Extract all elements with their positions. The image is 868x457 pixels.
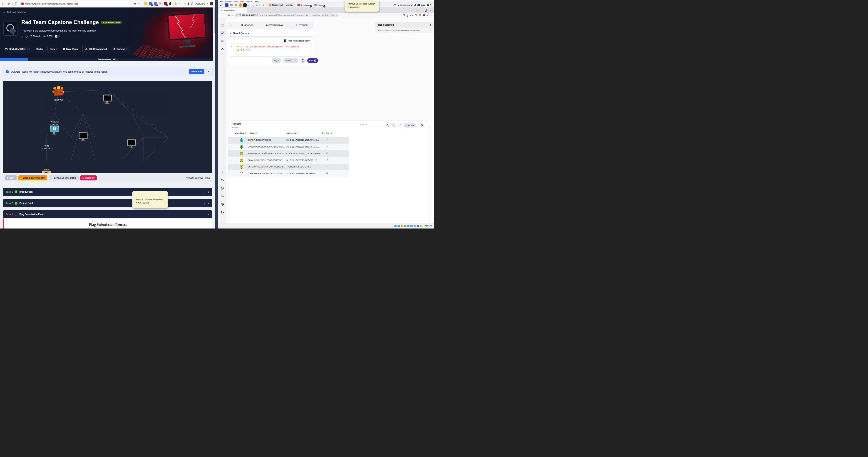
account-icon[interactable] (410, 14, 413, 17)
taskbar-window-firefox[interactable]: BloodHound — Mozilla... (267, 3, 295, 7)
window-close-icon[interactable]: ✕ (429, 9, 431, 12)
forward-icon[interactable]: › (4, 2, 5, 5)
results-search-input[interactable]: Search (360, 124, 388, 127)
address-bar[interactable]: https://tryhackme.com/room/redteamcapsto… (19, 1, 132, 6)
kali-logo-icon[interactable] (219, 4, 223, 7)
help-button[interactable]: Help▾ (48, 45, 59, 53)
download-vpn-button[interactable]: ↓Download VPN profile (49, 175, 79, 181)
row-menu-icon[interactable]: ⋮ (231, 145, 233, 148)
home-icon[interactable]: ⌂ (231, 14, 233, 17)
user-settings-icon[interactable] (220, 177, 225, 183)
task-download-icon[interactable]: ↓ (204, 202, 205, 204)
bookmark-star-icon[interactable]: ★ (134, 2, 136, 5)
row-menu-icon[interactable]: ⋮ (231, 152, 233, 155)
firefox-tab-bloodhound[interactable]: BloodHound ✕ (219, 8, 247, 13)
recommend-button[interactable]: 👍300 Recommend (83, 45, 109, 53)
theme-contrast-icon[interactable] (220, 202, 225, 207)
extension-blue-icon[interactable]: 1 (149, 2, 152, 5)
window-restore-icon[interactable] (425, 10, 427, 11)
webmail-node[interactable] (50, 126, 59, 132)
firefox-ext-icon[interactable] (419, 14, 421, 17)
vbox-menu-machine[interactable]: Machine (225, 0, 231, 2)
close-results-icon[interactable]: ✕ (420, 123, 425, 128)
node-name[interactable]: ENTERPRISE DOMAIN CONTROLLERS... (248, 166, 286, 168)
profile-avatar[interactable] (210, 2, 213, 5)
compass-icon[interactable] (220, 186, 225, 191)
launcher-files-icon[interactable] (229, 3, 233, 7)
workspace-4[interactable]: 4 (261, 3, 265, 7)
none-selected-header[interactable]: None Selected ∧∧ (375, 22, 434, 28)
back-icon[interactable]: ← (220, 14, 223, 17)
result-row[interactable]: ⋮⁂ENTERPRISE DOMAIN CONTROLLERS...THERES… (228, 164, 349, 170)
workspace-2[interactable]: 2 (255, 3, 258, 7)
pocket-icon[interactable] (403, 14, 405, 16)
overflow-icon[interactable]: » (427, 14, 429, 17)
column-header-tier-zero[interactable]: Tier Zero⇅ (322, 132, 332, 134)
result-row[interactable]: ⋮⊕CORP.THERESERVE.LOCS-1-5-21-170228521-… (228, 137, 349, 144)
cypher-editor[interactable]: $ MATCH (n)-[:GetChanges|GetChangesAll]→… (229, 43, 312, 57)
vbox-menu-view[interactable]: View (234, 0, 238, 2)
mic-icon[interactable] (15, 2, 17, 5)
task-3-row[interactable]: Task 3 Flag Submission Panel ∧ (3, 210, 212, 218)
result-row[interactable]: ⋮⁂DOMAIN CONTROLLERS@CORP.THE...S-1-5-21… (228, 157, 349, 164)
reset-network-button[interactable]: ↻Reset 3/5 (80, 175, 97, 181)
node-name[interactable]: ADMINISTRATORS@CORP.THERESER... (248, 152, 286, 155)
scrollbar-thumb[interactable] (214, 8, 215, 33)
attackbox-dropdown-icon[interactable]: ▾ (29, 48, 30, 50)
node-name[interactable]: DOMAIN CONTROLLERS@CORP.THE... (248, 159, 286, 161)
node-name[interactable]: CORP.THERESERVE.LOC (248, 139, 286, 141)
shield-icon[interactable] (236, 14, 238, 17)
start-network-button[interactable]: ▶Start (5, 175, 17, 181)
extension-moon-icon[interactable] (169, 2, 173, 5)
logout-icon[interactable] (220, 210, 225, 215)
autorun-control[interactable]: ✓ Auto-run selected query (284, 39, 310, 42)
more-info-button[interactable]: More info (189, 69, 205, 74)
chevron-down-icon[interactable]: ∨ (207, 3, 208, 5)
page-info-icon[interactable] (239, 14, 241, 17)
launcher-terminal-icon[interactable]: >_ (243, 3, 247, 7)
column-header-name[interactable]: Name⇅ (250, 132, 257, 134)
downloads-icon[interactable]: ↓ (179, 2, 180, 5)
column-header-object-id[interactable]: Object ID⇅ (287, 132, 298, 134)
firefox-address-bar[interactable]: 127.0.0.1:8080/ui/explore?exploreSearchT… (235, 13, 339, 17)
proxy-ext-icon[interactable] (423, 14, 425, 17)
assistant-icon[interactable] (191, 2, 194, 5)
column-header-node-type[interactable]: Node Type⇅ (235, 132, 246, 134)
back-icon[interactable]: ‹ (2, 2, 3, 5)
updates-icon[interactable]: ↓ (417, 4, 420, 6)
new-tab-icon[interactable]: + (249, 9, 250, 12)
reload-icon[interactable]: ↻ (7, 2, 10, 5)
launcher-folder-icon[interactable] (234, 3, 238, 7)
search-icon[interactable] (386, 124, 389, 128)
doc-search-icon[interactable] (220, 193, 225, 198)
columns-button[interactable]: Columns (403, 123, 416, 128)
sort-icon[interactable]: ⇅ (331, 132, 332, 134)
autorun-checkbox[interactable]: ✓ (284, 39, 286, 42)
extensions-icon[interactable] (415, 14, 417, 17)
options-button[interactable]: ⚙Options▾ (111, 45, 129, 53)
row-menu-icon[interactable]: ⋮ (231, 165, 233, 168)
double-chevron-up-icon[interactable]: ∧∧ (430, 24, 431, 26)
task-1-row[interactable]: Task 1 ✓ Introduction ∨ (3, 188, 212, 196)
reload-icon[interactable]: ↻ (228, 14, 230, 17)
row-menu-icon[interactable]: ⋮ (231, 139, 233, 141)
taskbar-window-terminator[interactable]: Terminator2 (296, 3, 311, 7)
task-2-row[interactable]: Task 2 ✓ Project Brief ↓∨ (3, 199, 212, 207)
logout-icon[interactable]: ↻ (430, 4, 432, 6)
sort-icon[interactable]: ⇅ (245, 132, 246, 134)
extension-purple-icon[interactable]: 30 (154, 2, 157, 5)
firewall-node[interactable] (53, 88, 64, 96)
extension-flag-icon[interactable]: 6 (164, 2, 167, 5)
query-info-icon[interactable] (301, 58, 305, 63)
menu-icon[interactable]: ≡ (430, 14, 432, 17)
notifications-bell-icon[interactable] (414, 4, 416, 6)
tag-button[interactable]: Tag▼ (272, 58, 281, 63)
workspace-3[interactable]: 3 (258, 3, 261, 7)
save-room-button[interactable]: Save Room (61, 45, 81, 53)
run-button[interactable]: Run❯ (307, 58, 318, 63)
thumbs-up-icon[interactable]: 👍 (174, 2, 177, 5)
saved-queries-header[interactable]: ∧ Saved Queries (227, 30, 314, 36)
collapse-icon[interactable]: – (227, 24, 235, 26)
user-icon[interactable] (220, 170, 225, 175)
launcher-expand-icon[interactable]: ∨ (248, 4, 249, 6)
